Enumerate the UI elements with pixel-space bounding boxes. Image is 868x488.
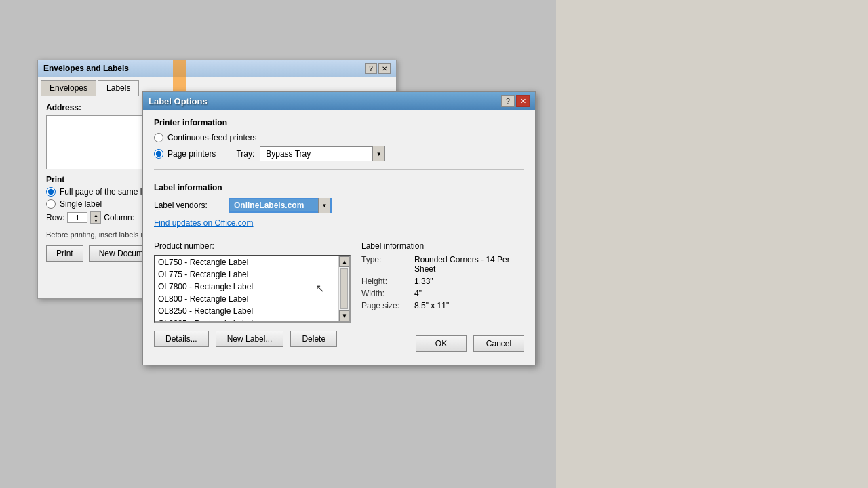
- page-printers-radio[interactable]: [154, 149, 163, 159]
- label-info-right-panel: Label information Type: Rounded Corners …: [361, 241, 524, 323]
- type-value: Rounded Corners - 14 Per Sheet: [414, 255, 524, 274]
- row-label: Row:: [46, 213, 64, 222]
- label-information-title: Label information: [361, 241, 524, 251]
- vendor-label: Label vendors:: [154, 201, 222, 210]
- tray-dropdown-arrow[interactable]: ▼: [372, 146, 384, 161]
- full-page-radio[interactable]: [46, 187, 56, 197]
- list-item[interactable]: OL8325 - Rectangle Label: [155, 317, 349, 321]
- delete-button[interactable]: Delete: [290, 331, 337, 347]
- label-options-dialog: Label Options ? ✕ Printer information Co…: [142, 92, 536, 365]
- label-info-box: Type: Rounded Corners - 14 Per Sheet Hei…: [361, 255, 524, 310]
- tray-label: Tray:: [236, 149, 254, 159]
- right-background-panel: [556, 0, 868, 488]
- env-close-button[interactable]: ✕: [378, 63, 391, 74]
- tray-dropdown[interactable]: Bypass Tray ▼: [260, 146, 385, 161]
- height-value: 1.33": [414, 277, 433, 286]
- page-printers-label: Page printers: [167, 149, 216, 159]
- new-label-button[interactable]: New Label...: [216, 331, 284, 347]
- label-info-title: Label information: [154, 183, 524, 192]
- label-dialog-titlebar: Label Options ? ✕: [143, 92, 535, 110]
- printer-info-title: Printer information: [154, 118, 524, 127]
- label-help-button[interactable]: ?: [501, 95, 515, 107]
- col-label: Column:: [104, 213, 134, 222]
- label-close-button[interactable]: ✕: [516, 95, 530, 107]
- height-row: Height: 1.33": [361, 277, 524, 286]
- label-dialog-title: Label Options: [149, 96, 208, 106]
- width-row: Width: 4": [361, 289, 524, 298]
- row-value-input[interactable]: [67, 212, 87, 223]
- list-item[interactable]: OL800 - Rectangle Label: [155, 293, 349, 305]
- row-stepper-down[interactable]: ▼: [91, 218, 100, 223]
- continuous-feed-label: Continuous-feed printers: [167, 133, 256, 142]
- label-dialog-body: Printer information Continuous-feed prin…: [143, 110, 535, 365]
- ok-cancel-buttons: OK Cancel: [416, 336, 524, 352]
- env-dialog-controls: ? ✕: [365, 63, 391, 74]
- list-item[interactable]: OL8250 - Rectangle Label: [155, 305, 349, 317]
- env-dialog-titlebar: Envelopes and Labels ? ✕: [38, 60, 396, 77]
- vendor-dropdown-arrow[interactable]: ▼: [318, 198, 330, 213]
- details-button[interactable]: Details...: [154, 331, 209, 347]
- product-panel: Product number: OL750 - Rectangle Label …: [154, 241, 524, 323]
- vendor-row: Label vendors: OnlineLabels.com ▼: [154, 198, 524, 213]
- list-item[interactable]: OL7800 - Rectangle Label: [155, 281, 349, 293]
- product-left-panel: Product number: OL750 - Rectangle Label …: [154, 241, 351, 323]
- scroll-down-arrow[interactable]: ▼: [339, 310, 350, 321]
- env-dialog-title: Envelopes and Labels: [43, 64, 129, 73]
- printer-info-section: Printer information Continuous-feed prin…: [154, 118, 524, 161]
- type-row: Type: Rounded Corners - 14 Per Sheet: [361, 255, 524, 274]
- product-list-inner: OL750 - Rectangle Label OL775 - Rectangl…: [155, 256, 349, 321]
- list-item[interactable]: OL775 - Rectangle Label: [155, 268, 349, 281]
- vendor-dropdown[interactable]: OnlineLabels.com ▼: [229, 198, 332, 213]
- page-size-key: Page size:: [361, 301, 409, 310]
- width-key: Width:: [361, 289, 409, 298]
- scroll-thumb[interactable]: [340, 268, 348, 309]
- label-title-controls: ? ✕: [501, 95, 530, 107]
- width-value: 4": [414, 289, 422, 298]
- product-number-title: Product number:: [154, 241, 351, 251]
- type-key: Type:: [361, 255, 409, 274]
- height-key: Height:: [361, 277, 409, 286]
- ok-button[interactable]: OK: [416, 336, 467, 352]
- scroll-up-arrow[interactable]: ▲: [339, 256, 350, 267]
- listbox-scrollbar[interactable]: ▲ ▼: [338, 256, 349, 321]
- tab-envelopes[interactable]: Envelopes: [41, 80, 96, 96]
- label-action-buttons: Details... New Label... Delete: [154, 331, 337, 347]
- print-button[interactable]: Print: [46, 245, 83, 262]
- find-updates-link[interactable]: Find updates on Office.com: [154, 218, 254, 228]
- continuous-feed-row: Continuous-feed printers: [154, 133, 524, 142]
- row-stepper: ▲ ▼: [90, 211, 101, 224]
- page-size-value: 8.5" x 11": [414, 301, 449, 310]
- product-listbox[interactable]: OL750 - Rectangle Label OL775 - Rectangl…: [154, 255, 351, 323]
- label-info-section: Label information Label vendors: OnlineL…: [154, 176, 524, 235]
- page-size-row: Page size: 8.5" x 11": [361, 301, 524, 310]
- page-printers-row: Page printers Tray: Bypass Tray ▼: [154, 146, 524, 161]
- tab-labels[interactable]: Labels: [98, 80, 139, 96]
- cancel-button[interactable]: Cancel: [473, 336, 524, 352]
- env-help-button[interactable]: ?: [365, 63, 377, 74]
- continuous-feed-radio[interactable]: [154, 133, 163, 142]
- single-label-text: Single label: [60, 199, 102, 209]
- list-item[interactable]: OL750 - Rectangle Label: [155, 256, 349, 268]
- tray-dropdown-text: Bypass Tray: [260, 148, 372, 160]
- separator-1: [154, 169, 524, 170]
- vendor-dropdown-text: OnlineLabels.com: [230, 199, 318, 211]
- row-stepper-up[interactable]: ▲: [91, 212, 100, 218]
- single-label-radio[interactable]: [46, 199, 56, 209]
- tray-row: Tray: Bypass Tray ▼: [236, 146, 385, 161]
